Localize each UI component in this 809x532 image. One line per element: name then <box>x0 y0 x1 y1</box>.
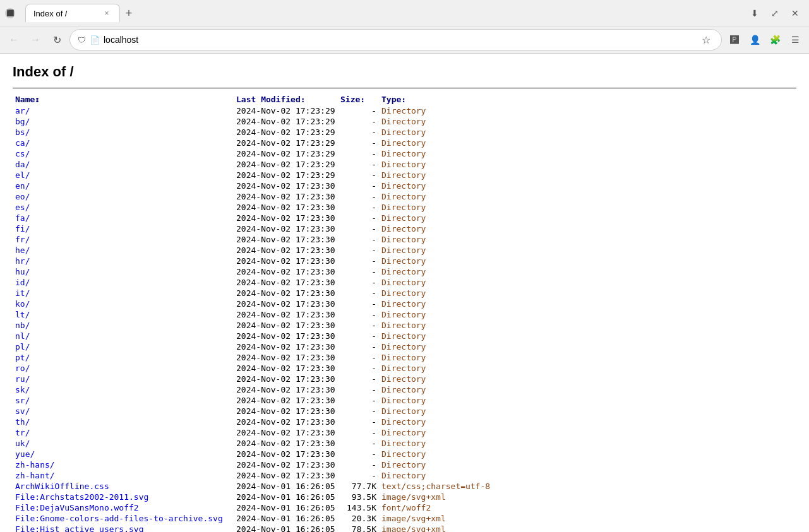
active-tab[interactable]: Index of / × <box>25 4 120 22</box>
file-link[interactable]: sk/ <box>15 385 30 394</box>
file-link[interactable]: cs/ <box>15 149 30 158</box>
file-link[interactable]: File:Gnome-colors-add-files-to-archive.s… <box>15 514 223 523</box>
file-link[interactable]: bs/ <box>15 127 30 137</box>
file-date-cell: 2024-Nov-02 17:23:30 <box>234 277 338 288</box>
file-type-cell: image/svg+xml <box>379 524 796 532</box>
back-button[interactable]: ← <box>5 31 23 49</box>
browser-chrome: ⬛ Index of / × + ⬇ ⤢ ✕ ← → ↻ 🛡 📄 ☆ 🅿 👤 <box>0 0 809 54</box>
toolbar-right: 🅿 👤 🧩 ☰ <box>726 31 804 49</box>
tabs-bar: Index of / × + <box>20 4 143 22</box>
table-row: en/2024-Nov-02 17:23:30-Directory <box>13 180 796 191</box>
name-column-header[interactable]: Name↕ <box>13 93 234 105</box>
new-tab-button[interactable]: + <box>120 4 138 22</box>
file-link[interactable]: bg/ <box>15 117 30 126</box>
file-link[interactable]: hu/ <box>15 267 30 276</box>
file-name-cell: id/ <box>13 277 234 288</box>
file-size-cell: - <box>338 459 379 470</box>
reload-button[interactable]: ↻ <box>48 31 66 49</box>
file-date-cell: 2024-Nov-02 17:23:29 <box>234 127 338 138</box>
address-bar[interactable]: 🛡 📄 ☆ <box>69 29 722 50</box>
close-window-button[interactable]: ✕ <box>786 4 804 22</box>
file-size-cell: - <box>338 374 379 384</box>
forward-button[interactable]: → <box>27 31 44 49</box>
file-link[interactable]: File:Archstats2002-2011.svg <box>15 492 148 502</box>
file-date-cell: 2024-Nov-02 17:23:30 <box>234 320 338 331</box>
file-size-cell: - <box>338 309 379 320</box>
file-type-cell: Directory <box>379 384 796 395</box>
file-link[interactable]: nl/ <box>15 331 30 341</box>
file-name-cell: bs/ <box>13 127 234 138</box>
file-link[interactable]: pl/ <box>15 342 30 352</box>
file-name-cell: yue/ <box>13 449 234 459</box>
file-link[interactable]: nb/ <box>15 321 30 330</box>
file-link[interactable]: it/ <box>15 288 30 298</box>
file-link[interactable]: da/ <box>15 160 30 169</box>
file-link[interactable]: uk/ <box>15 439 30 448</box>
window-controls: ⬛ <box>5 8 15 18</box>
downloads-button[interactable]: ⬇ <box>746 4 764 22</box>
menu-button[interactable]: ☰ <box>786 31 804 49</box>
table-row: sv/2024-Nov-02 17:23:30-Directory <box>13 406 796 417</box>
file-size-cell: - <box>338 384 379 395</box>
file-type-cell: text/css;charset=utf-8 <box>379 481 796 492</box>
table-row: sr/2024-Nov-02 17:23:30-Directory <box>13 395 796 406</box>
file-link[interactable]: lt/ <box>15 310 30 319</box>
account-button[interactable]: 👤 <box>746 31 764 49</box>
file-link[interactable]: en/ <box>15 181 30 191</box>
file-type-cell: Directory <box>379 234 796 245</box>
table-row: tr/2024-Nov-02 17:23:30-Directory <box>13 427 796 438</box>
date-column-header[interactable]: Last Modified: <box>234 93 338 105</box>
file-name-cell: File:DejaVuSansMono.woff2 <box>13 502 234 513</box>
file-date-cell: 2024-Nov-02 17:23:30 <box>234 406 338 417</box>
file-link[interactable]: ca/ <box>15 138 30 148</box>
file-link[interactable]: hr/ <box>15 256 30 266</box>
file-link[interactable]: id/ <box>15 278 30 287</box>
file-link[interactable]: el/ <box>15 170 30 180</box>
file-size-cell: - <box>338 470 379 481</box>
file-link[interactable]: sv/ <box>15 406 30 416</box>
pocket-button[interactable]: 🅿 <box>726 31 743 49</box>
file-link[interactable]: zh-hant/ <box>15 471 55 480</box>
expand-button[interactable]: ⤢ <box>766 4 784 22</box>
file-link[interactable]: File:DejaVuSansMono.woff2 <box>15 503 139 512</box>
file-type-cell: Directory <box>379 180 796 191</box>
file-link[interactable]: ar/ <box>15 106 30 115</box>
file-size-cell: - <box>338 352 379 363</box>
file-link[interactable]: fi/ <box>15 224 30 233</box>
file-date-cell: 2024-Nov-02 17:23:30 <box>234 180 338 191</box>
file-link[interactable]: fr/ <box>15 235 30 244</box>
file-link[interactable]: ko/ <box>15 299 30 309</box>
tab-right-controls: ⬇ ⤢ ✕ <box>746 4 804 22</box>
file-link[interactable]: th/ <box>15 417 30 427</box>
table-row: el/2024-Nov-02 17:23:29-Directory <box>13 170 796 180</box>
tab-list-button[interactable]: ⬛ <box>5 8 15 18</box>
file-name-cell: hr/ <box>13 256 234 266</box>
file-size-cell: - <box>338 417 379 427</box>
page-title: Index of / <box>13 64 796 80</box>
file-link[interactable]: he/ <box>15 245 30 255</box>
type-column-header[interactable]: Type: <box>379 93 796 105</box>
file-link[interactable]: ru/ <box>15 374 30 384</box>
file-type-cell: Directory <box>379 223 796 234</box>
file-link[interactable]: yue/ <box>15 449 35 459</box>
table-row: File:Gnome-colors-add-files-to-archive.s… <box>13 513 796 524</box>
file-name-cell: eo/ <box>13 191 234 202</box>
file-link[interactable]: sr/ <box>15 396 30 405</box>
title-bar: ⬛ Index of / × + ⬇ ⤢ ✕ <box>0 0 809 26</box>
file-link[interactable]: tr/ <box>15 428 30 437</box>
file-link[interactable]: pt/ <box>15 353 30 362</box>
file-link[interactable]: File:Hist_active_users.svg <box>15 524 144 532</box>
url-input[interactable] <box>104 35 695 45</box>
file-link[interactable]: zh-hans/ <box>15 460 55 470</box>
extensions-button[interactable]: 🧩 <box>766 31 784 49</box>
bookmark-button[interactable]: ☆ <box>698 32 714 47</box>
file-link[interactable]: ro/ <box>15 364 30 373</box>
tab-close-button[interactable]: × <box>102 8 112 18</box>
file-link[interactable]: es/ <box>15 203 30 212</box>
file-link[interactable]: ArchWikiOffline.css <box>15 482 109 491</box>
file-link[interactable]: fa/ <box>15 213 30 223</box>
file-link[interactable]: eo/ <box>15 192 30 201</box>
file-size-cell: - <box>338 277 379 288</box>
file-size-cell: - <box>338 234 379 245</box>
size-column-header[interactable]: Size: <box>338 93 379 105</box>
